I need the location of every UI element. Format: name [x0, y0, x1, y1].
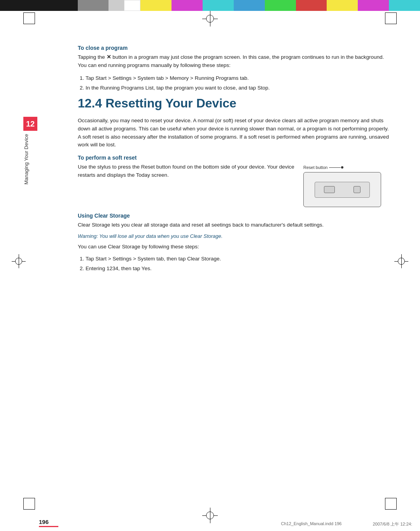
device-button-left — [324, 186, 335, 193]
content-area: To close a program Tapping the ✕ button … — [78, 45, 389, 277]
color-segment — [140, 0, 156, 11]
color-segment — [0, 0, 16, 11]
color-segment — [234, 0, 249, 11]
top-crosshair-area — [202, 11, 218, 26]
color-segment — [404, 0, 420, 11]
reset-label-text: Reset button — [303, 165, 327, 170]
left-crosshair-circle — [15, 258, 22, 265]
footer-info: Ch12_English_Manual.indd 196 2007/6/8 上午… — [281, 521, 412, 527]
chapter-tab: 12 Managing Your Device — [23, 117, 37, 185]
color-segment — [31, 0, 47, 11]
top-crosshair — [202, 11, 218, 26]
color-segment — [373, 0, 389, 11]
arrow-dot — [341, 166, 343, 169]
color-segment — [47, 0, 62, 11]
reset-label-row: Reset button — [303, 165, 381, 170]
footer-file-info: Ch12_English_Manual.indd 196 — [281, 521, 342, 527]
clear-storage-steps: Tap Start > Settings > System tab, then … — [86, 255, 389, 273]
close-program-steps: Tap Start > Settings > System tab > Memo… — [86, 74, 389, 92]
color-segment — [342, 0, 358, 11]
bottom-crosshair-circle — [206, 512, 214, 519]
color-segment — [249, 0, 265, 11]
soft-reset-section: Use the stylus to press the Reset button… — [78, 163, 389, 207]
device-button-right — [354, 186, 360, 193]
close-program-link[interactable]: To close a program — [78, 45, 389, 51]
left-crosshair-area — [12, 11, 26, 512]
reset-button-diagram: Reset button — [303, 163, 389, 207]
color-segment — [124, 0, 140, 11]
color-segment — [280, 0, 296, 11]
color-segment — [389, 0, 404, 11]
page-footer: 196 Ch12_English_Manual.indd 196 2007/6/… — [39, 519, 412, 527]
color-segment — [327, 0, 342, 11]
step-item: In the Running Programs List, tap the pr… — [86, 84, 389, 92]
page-content: To close a program Tapping the ✕ button … — [39, 45, 397, 508]
color-segment — [172, 0, 187, 11]
clear-storage-steps-intro: You can use Clear Storage by following t… — [78, 243, 389, 251]
step-item: Entering 1234, then tap Yes. — [86, 265, 389, 273]
color-segment — [203, 0, 218, 11]
color-segment — [93, 0, 109, 11]
arrow-line — [329, 167, 341, 168]
main-paragraph: Occasionally, you may need to reset your… — [78, 117, 389, 149]
section-title: Resetting Your Device — [105, 96, 236, 110]
color-segment — [187, 0, 203, 11]
color-segment — [311, 0, 327, 11]
color-segment — [218, 0, 234, 11]
page-number: 196 — [39, 519, 58, 525]
color-segment — [296, 0, 312, 11]
reset-button-area: Reset button — [303, 165, 381, 207]
crosshair-circle — [206, 15, 214, 23]
soft-reset-heading: To perform a soft reset — [78, 155, 389, 161]
color-bar — [0, 0, 420, 11]
device-inner — [315, 182, 370, 198]
color-segment — [62, 0, 78, 11]
step-item: Tap Start > Settings > System tab > Memo… — [86, 74, 389, 83]
section-number: 12.4 — [78, 96, 102, 110]
color-segment — [358, 0, 373, 11]
right-crosshair-circle — [398, 258, 405, 265]
chapter-label: Managing Your Device — [23, 134, 30, 185]
clear-storage-intro: Clear Storage lets you clear all storage… — [78, 221, 389, 229]
step-item: Tap Start > Settings > System tab, then … — [86, 255, 389, 263]
clear-storage-heading: Using Clear Storage — [78, 213, 389, 219]
color-segment — [108, 0, 124, 11]
footer-date-time: 2007/6/8 上午 12:24: — [373, 521, 412, 527]
color-segment — [16, 0, 31, 11]
color-segment — [78, 0, 93, 11]
soft-reset-text: Use the stylus to press the Reset button… — [78, 163, 296, 207]
device-illustration — [303, 172, 381, 207]
page-number-underline — [39, 526, 58, 527]
close-program-intro: Tapping the ✕ button in a program may ju… — [78, 53, 389, 70]
section-heading: 12.4 Resetting Your Device — [78, 96, 389, 111]
page-number-block: 196 — [39, 519, 58, 527]
color-segment — [265, 0, 280, 11]
color-segment — [156, 0, 172, 11]
left-crosshair — [12, 254, 26, 268]
chapter-number: 12 — [23, 117, 37, 131]
warning-text: Warning: You will lose all your data whe… — [78, 233, 389, 239]
